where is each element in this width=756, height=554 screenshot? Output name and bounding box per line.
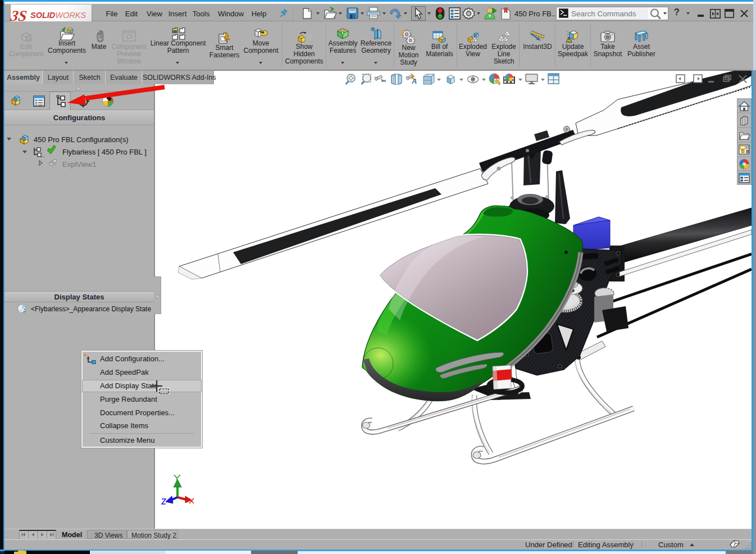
svg-text:A: A — [411, 77, 417, 85]
svg-text:SOLIDWORKS: SOLIDWORKS — [30, 11, 86, 20]
svg-text:...: ... — [40, 153, 45, 158]
svg-text:ExplView1: ExplView1 — [62, 160, 96, 169]
svg-text:450 Pro FBL Configuration(s): 450 Pro FBL Configuration(s) — [34, 135, 129, 144]
svg-text:*: * — [84, 352, 87, 361]
svg-text:Flybarless [ 450 Pro FBL ]: Flybarless [ 450 Pro FBL ] — [62, 148, 147, 156]
